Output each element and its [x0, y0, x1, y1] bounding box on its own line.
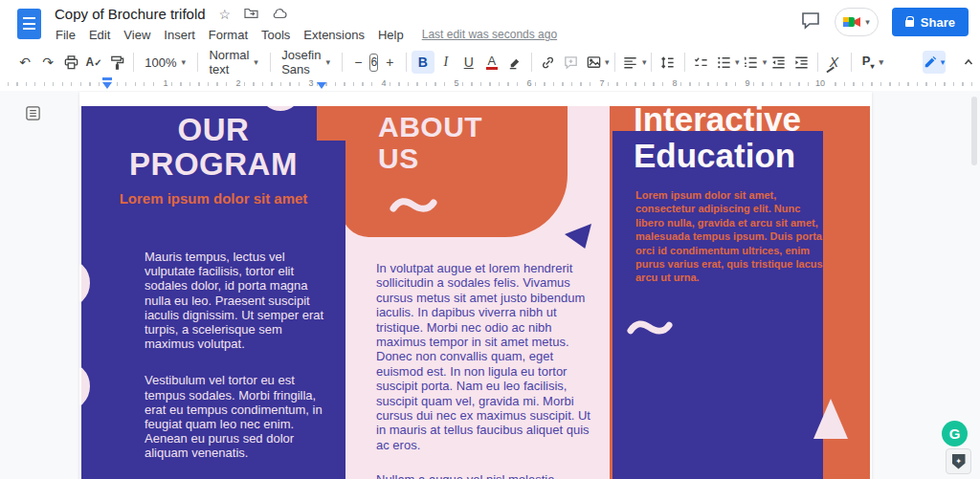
document-canvas: OUR PROGRAM Lorem ipsum dolor sit amet M… [0, 91, 980, 479]
ring-decoration [81, 361, 90, 411]
assistant-badge-icon: ✦ [952, 454, 966, 469]
menu-bar: File Edit View Insert Format Tools Exten… [49, 26, 557, 43]
insert-link-button[interactable] [536, 51, 559, 74]
menu-insert[interactable]: Insert [157, 28, 202, 42]
brochure-panel-interactive-education: Interactive Education Lorem ipsum dolor … [610, 106, 870, 479]
triangle-decoration [813, 399, 848, 439]
bulleted-list-button[interactable] [712, 51, 735, 74]
print-button[interactable] [59, 51, 82, 74]
paragraph-tool-button[interactable]: P▾ ▾ [856, 51, 890, 74]
chevron-down-icon: ▾ [182, 57, 187, 67]
document-page[interactable]: OUR PROGRAM Lorem ipsum dolor sit amet M… [79, 92, 872, 479]
panel-title: ABOUT US [378, 111, 482, 174]
triangle-decoration [565, 224, 591, 249]
underline-button[interactable]: U [457, 51, 480, 74]
corner-ring-shape [259, 106, 301, 111]
blue-rect-shape [612, 131, 823, 479]
numbered-list-button[interactable] [740, 51, 763, 74]
zoom-select[interactable]: 100%▾ [138, 51, 192, 74]
align-button[interactable] [619, 51, 642, 74]
increase-font-size-button[interactable]: + [378, 51, 401, 74]
star-icon[interactable]: ☆ [219, 7, 232, 22]
paragraph-style-select[interactable]: Normal text▾ [202, 51, 264, 74]
pencil-icon [924, 55, 937, 69]
move-folder-icon[interactable] [244, 7, 258, 22]
menu-edit[interactable]: Edit [82, 28, 117, 42]
chevron-down-icon: ▾ [325, 57, 330, 67]
paragraph: Vestibulum vel tortor eu est tempus soda… [145, 373, 334, 460]
font-size-input[interactable]: 6 [369, 54, 378, 72]
ruler-ticks [8, 82, 972, 86]
undo-button[interactable]: ↶ [13, 51, 36, 74]
increase-indent-button[interactable] [790, 51, 813, 74]
chevron-down-icon[interactable]: ▾ [735, 57, 740, 67]
paragraph: Mauris tempus, lectus vel vulputate faci… [145, 250, 334, 351]
squiggle-decoration [390, 196, 437, 215]
meet-camera-icon [841, 14, 862, 30]
italic-button[interactable]: I [434, 51, 457, 74]
text-color-button[interactable]: A [480, 51, 503, 74]
panel-body-text: Mauris tempus, lectus vel vulputate faci… [145, 250, 334, 479]
paint-format-button[interactable] [105, 51, 128, 74]
add-comment-button[interactable] [559, 51, 582, 74]
open-comments-icon[interactable] [800, 11, 821, 33]
title-bar: Copy of Brochure trifold ☆ File Edit Vie… [0, 0, 980, 48]
first-line-indent-marker[interactable] [102, 77, 112, 80]
decrease-indent-button[interactable] [767, 51, 790, 74]
menu-tools[interactable]: Tools [255, 28, 297, 42]
clear-formatting-button[interactable]: X [823, 51, 846, 74]
grammarly-button[interactable]: G [942, 421, 968, 446]
last-edit-status[interactable]: Last edit was seconds ago [422, 28, 557, 41]
spell-check-button[interactable]: A✓ [82, 51, 105, 74]
insert-image-button[interactable] [582, 51, 605, 74]
panel-body-text: Lorem ipsum dolor sit amet, consectetur … [635, 188, 828, 285]
brochure-panel-about-us: ABOUT US In volutpat augue et lorem hend… [345, 106, 610, 479]
ring-decoration [81, 258, 90, 308]
menu-help[interactable]: Help [371, 28, 411, 42]
paragraph: Nullam a augue vel nisl molestie feugiat… [376, 472, 590, 479]
redo-button[interactable]: ↷ [36, 51, 59, 74]
lock-icon [905, 20, 914, 27]
paragraph: In volutpat augue et lorem hendrerit sol… [376, 261, 590, 452]
vertical-scrollbar[interactable] [971, 97, 977, 165]
hide-menus-button[interactable] [957, 51, 980, 74]
panel-body-text: In volutpat augue et lorem hendrerit sol… [376, 261, 590, 479]
line-spacing-button[interactable] [657, 51, 679, 74]
show-outline-button[interactable] [25, 105, 41, 125]
menu-file[interactable]: File [49, 28, 82, 42]
chevron-down-icon: ▾ [880, 57, 884, 67]
left-indent-marker[interactable] [102, 82, 112, 89]
chevron-down-icon[interactable]: ▾ [642, 57, 647, 67]
menu-format[interactable]: Format [202, 28, 255, 42]
bold-button[interactable]: B [412, 51, 434, 74]
chevron-down-icon: ▾ [865, 17, 870, 27]
assistant-widget-button[interactable]: ✦ [946, 448, 971, 474]
google-docs-logo-icon[interactable] [17, 9, 41, 39]
horizontal-ruler[interactable]: 1 2 3 4 5 6 7 8 9 10 [0, 76, 980, 91]
document-title[interactable]: Copy of Brochure trifold [55, 6, 206, 22]
squiggle-decoration [627, 318, 673, 337]
chevron-down-icon: ▾ [941, 57, 946, 67]
menu-extensions[interactable]: Extensions [297, 28, 371, 42]
chevron-down-icon: ▾ [254, 57, 258, 67]
panel-title: OUR PROGRAM [81, 113, 345, 182]
panel-subtitle: Lorem ipsum dolor sit amet [81, 190, 345, 207]
panel-title: Interactive Education [634, 106, 801, 174]
editing-mode-button[interactable]: ▾ [923, 51, 946, 74]
indent-marker[interactable] [317, 82, 326, 89]
menu-view[interactable]: View [117, 28, 157, 42]
brochure-panel-our-program: OUR PROGRAM Lorem ipsum dolor sit amet M… [81, 106, 345, 479]
cloud-saved-icon[interactable] [272, 7, 287, 22]
paragraph: Lorem ipsum dolor sit amet, consectetur … [635, 188, 828, 285]
brochure-trifold: OUR PROGRAM Lorem ipsum dolor sit amet M… [81, 106, 870, 479]
meet-call-button[interactable]: ▾ [835, 8, 879, 36]
toolbar: ↶ ↷ A✓ 100%▾ Normal text▾ Josefin Sans▾ … [0, 48, 980, 76]
highlight-color-button[interactable] [503, 51, 526, 74]
share-button[interactable]: Share [892, 8, 969, 36]
font-family-select[interactable]: Josefin Sans▾ [275, 51, 337, 74]
chevron-down-icon[interactable]: ▾ [605, 57, 610, 67]
checklist-button[interactable] [689, 51, 712, 74]
decrease-font-size-button[interactable]: − [346, 51, 369, 74]
